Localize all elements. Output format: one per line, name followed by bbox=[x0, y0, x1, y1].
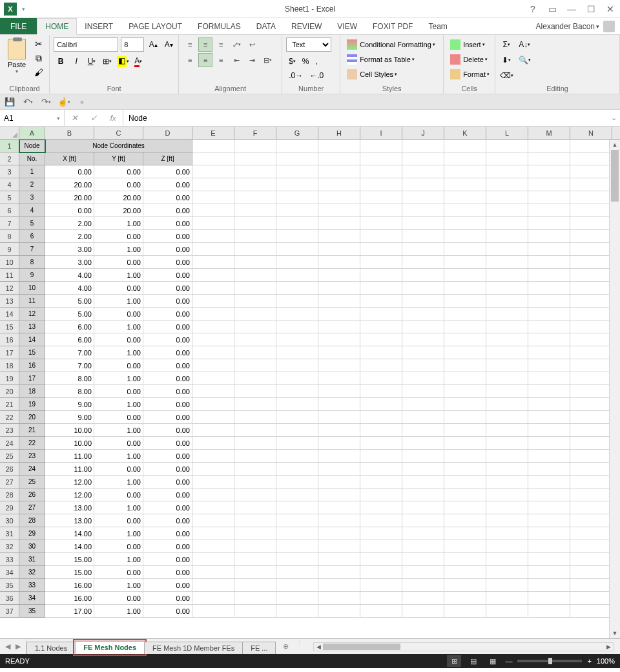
column-header-J[interactable]: J bbox=[402, 127, 444, 139]
accounting-format-button[interactable]: $▾ bbox=[286, 54, 298, 68]
cell-E27[interactable] bbox=[192, 476, 234, 488]
align-center-button[interactable]: ≡ bbox=[198, 53, 212, 67]
cell-N25[interactable] bbox=[570, 450, 612, 463]
cell-K33[interactable] bbox=[444, 553, 486, 566]
cell-K22[interactable] bbox=[444, 411, 486, 424]
cell-I1[interactable] bbox=[360, 140, 402, 152]
cell-I17[interactable] bbox=[360, 346, 402, 359]
cell-L30[interactable] bbox=[486, 514, 528, 527]
cell-I2[interactable] bbox=[360, 152, 402, 165]
cell-K10[interactable] bbox=[444, 256, 486, 269]
find-select-button[interactable]: 🔍▾ bbox=[517, 53, 532, 67]
cell-I19[interactable] bbox=[360, 372, 402, 385]
row-header-23[interactable]: 23 bbox=[0, 424, 19, 437]
cell-M35[interactable] bbox=[528, 579, 570, 592]
cell-F2[interactable] bbox=[234, 152, 276, 165]
ribbon-tab-home[interactable]: HOME bbox=[37, 18, 77, 35]
cell-G19[interactable] bbox=[276, 372, 318, 385]
cell-F13[interactable] bbox=[234, 295, 276, 308]
cell-H18[interactable] bbox=[318, 359, 360, 372]
cell-I22[interactable] bbox=[360, 411, 402, 424]
cell-F7[interactable] bbox=[234, 217, 276, 230]
cell-E20[interactable] bbox=[192, 385, 234, 398]
cell-E23[interactable] bbox=[192, 424, 234, 437]
cell-K24[interactable] bbox=[444, 437, 486, 450]
cell-D7[interactable]: 0.00 bbox=[143, 217, 192, 230]
row-header-27[interactable]: 27 bbox=[0, 476, 19, 488]
cell-L27[interactable] bbox=[486, 476, 528, 488]
cell-C21[interactable]: 1.00 bbox=[94, 398, 143, 411]
cell-G16[interactable] bbox=[276, 333, 318, 346]
cell-N14[interactable] bbox=[570, 308, 612, 320]
cell-A5[interactable]: 3 bbox=[19, 191, 45, 204]
cell-L8[interactable] bbox=[486, 230, 528, 243]
bold-button[interactable]: B bbox=[54, 54, 68, 68]
cell-G25[interactable] bbox=[276, 450, 318, 463]
cell-F30[interactable] bbox=[234, 514, 276, 527]
cell-G23[interactable] bbox=[276, 424, 318, 437]
cell-B32[interactable]: 14.00 bbox=[45, 540, 94, 553]
sheet-tab-fe-[interactable]: FE ... bbox=[242, 642, 276, 654]
cell-F37[interactable] bbox=[234, 605, 276, 618]
cell-F15[interactable] bbox=[234, 320, 276, 333]
cell-G11[interactable] bbox=[276, 269, 318, 282]
cell-J33[interactable] bbox=[402, 553, 444, 566]
cell-N4[interactable] bbox=[570, 178, 612, 191]
cell-L11[interactable] bbox=[486, 269, 528, 282]
cell-E36[interactable] bbox=[192, 592, 234, 605]
cell-G7[interactable] bbox=[276, 217, 318, 230]
row-header-18[interactable]: 18 bbox=[0, 359, 19, 372]
cell-B3[interactable]: 0.00 bbox=[45, 165, 94, 178]
name-box[interactable]: ▾ bbox=[0, 110, 65, 126]
cell-K20[interactable] bbox=[444, 385, 486, 398]
cell-F6[interactable] bbox=[234, 204, 276, 217]
underline-button[interactable]: U▾ bbox=[85, 54, 99, 68]
cell-B7[interactable]: 2.00 bbox=[45, 217, 94, 230]
name-box-input[interactable] bbox=[4, 114, 43, 123]
cell-L24[interactable] bbox=[486, 437, 528, 450]
cell-I8[interactable] bbox=[360, 230, 402, 243]
column-header-D[interactable]: D bbox=[143, 127, 192, 139]
cell-C24[interactable]: 0.00 bbox=[94, 437, 143, 450]
ribbon-tab-view[interactable]: VIEW bbox=[329, 18, 365, 34]
row-header-20[interactable]: 20 bbox=[0, 385, 19, 398]
cell-A33[interactable]: 31 bbox=[19, 553, 45, 566]
cell-D30[interactable]: 0.00 bbox=[143, 514, 192, 527]
cell-D11[interactable]: 0.00 bbox=[143, 269, 192, 282]
number-format-select[interactable]: Text bbox=[286, 37, 331, 52]
close-button[interactable]: ✕ bbox=[601, 0, 620, 18]
cell-G18[interactable] bbox=[276, 359, 318, 372]
cell-F35[interactable] bbox=[234, 579, 276, 592]
cell-M5[interactable] bbox=[528, 191, 570, 204]
cell-J31[interactable] bbox=[402, 527, 444, 540]
page-layout-view-button[interactable]: ▤ bbox=[466, 655, 480, 667]
wrap-text-button[interactable]: ↩ bbox=[245, 37, 259, 52]
cell-C30[interactable]: 0.00 bbox=[94, 514, 143, 527]
cell-J25[interactable] bbox=[402, 450, 444, 463]
cell-K12[interactable] bbox=[444, 282, 486, 295]
scroll-right-icon[interactable]: ▶ bbox=[604, 643, 613, 651]
cell-M17[interactable] bbox=[528, 346, 570, 359]
cell-L35[interactable] bbox=[486, 579, 528, 592]
format-as-table-button[interactable]: Format as Table▾ bbox=[344, 52, 417, 67]
cell-B19[interactable]: 8.00 bbox=[45, 372, 94, 385]
cell-I24[interactable] bbox=[360, 437, 402, 450]
cell-J19[interactable] bbox=[402, 372, 444, 385]
cell-G21[interactable] bbox=[276, 398, 318, 411]
cell-N33[interactable] bbox=[570, 553, 612, 566]
cell-G37[interactable] bbox=[276, 605, 318, 618]
cell-I14[interactable] bbox=[360, 308, 402, 320]
cell-J29[interactable] bbox=[402, 501, 444, 514]
column-header-A[interactable]: A bbox=[19, 127, 45, 139]
redo-button[interactable]: ↷▾ bbox=[39, 96, 53, 109]
help-icon[interactable]: ? bbox=[523, 0, 542, 18]
font-name-select[interactable] bbox=[54, 37, 118, 52]
row-header-11[interactable]: 11 bbox=[0, 269, 19, 282]
cell-D4[interactable]: 0.00 bbox=[143, 178, 192, 191]
cell-M34[interactable] bbox=[528, 566, 570, 579]
cell-J5[interactable] bbox=[402, 191, 444, 204]
cell-H29[interactable] bbox=[318, 501, 360, 514]
cell-N37[interactable] bbox=[570, 605, 612, 618]
cell-F1[interactable] bbox=[234, 140, 276, 152]
cell-E1[interactable] bbox=[192, 140, 234, 152]
